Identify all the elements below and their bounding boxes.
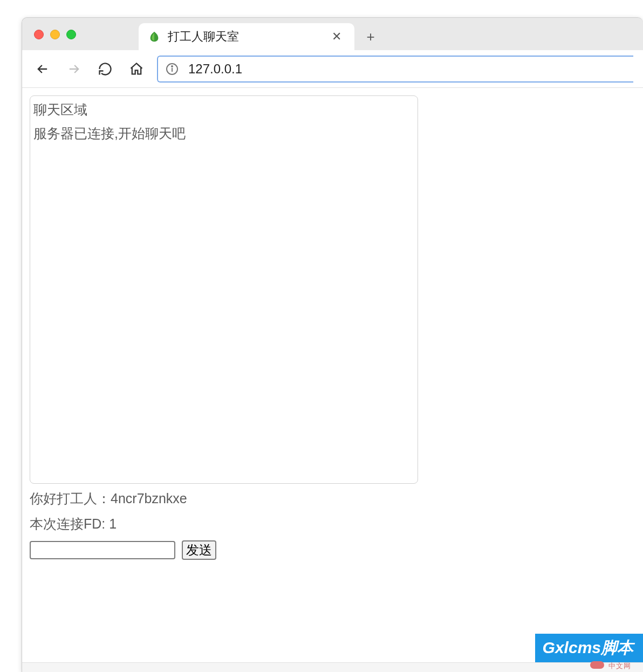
window-maximize-button[interactable] xyxy=(66,30,76,39)
chat-area: 聊天区域 服务器已连接,开始聊天吧 xyxy=(30,95,418,484)
watermark-sub: 中文网 xyxy=(608,661,631,671)
titlebar: 打工人聊天室 ✕ + xyxy=(22,18,643,50)
watermark-badge-icon xyxy=(590,661,604,669)
forward-button[interactable] xyxy=(63,58,85,80)
message-input[interactable] xyxy=(30,541,175,559)
chat-message: 服务器已连接,开始聊天吧 xyxy=(33,122,414,146)
tabs: 打工人聊天室 ✕ + xyxy=(139,18,381,50)
tab-title: 打工人聊天室 xyxy=(168,29,321,45)
address-text: 127.0.0.1 xyxy=(188,61,242,77)
fd-value: 1 xyxy=(109,516,117,531)
user-greeting: 你好打工人：4ncr7bznkxe xyxy=(30,487,635,510)
info-icon[interactable] xyxy=(166,63,179,76)
home-button[interactable] xyxy=(126,58,147,80)
leaf-icon xyxy=(148,31,160,43)
page-content: 聊天区域 服务器已连接,开始聊天吧 你好打工人：4ncr7bznkxe 本次连接… xyxy=(22,88,643,672)
close-icon[interactable]: ✕ xyxy=(329,29,345,45)
back-button[interactable] xyxy=(32,58,53,80)
svg-point-2 xyxy=(172,66,173,67)
browser-tab[interactable]: 打工人聊天室 ✕ xyxy=(139,23,354,50)
watermark: Gxlcms脚本 xyxy=(535,634,643,662)
window-minimize-button[interactable] xyxy=(50,30,60,39)
greeting-label: 你好打工人： xyxy=(30,491,111,506)
fd-info: 本次连接FD: 1 xyxy=(30,512,635,536)
address-bar[interactable]: 127.0.0.1 xyxy=(157,56,633,83)
chat-header: 聊天区域 xyxy=(33,98,414,122)
new-tab-button[interactable]: + xyxy=(360,26,381,47)
reload-button[interactable] xyxy=(94,58,116,80)
fd-label: 本次连接FD: xyxy=(30,516,109,531)
window-close-button[interactable] xyxy=(34,30,44,39)
input-row: 发送 xyxy=(30,540,635,560)
send-button[interactable]: 发送 xyxy=(182,540,216,560)
browser-window: 打工人聊天室 ✕ + 127.0.0.1 聊天区域 服务器已连接,开始聊 xyxy=(22,17,643,672)
status-bar xyxy=(22,662,643,672)
traffic-lights xyxy=(34,30,76,39)
username: 4ncr7bznkxe xyxy=(111,491,187,506)
toolbar: 127.0.0.1 xyxy=(22,50,643,88)
